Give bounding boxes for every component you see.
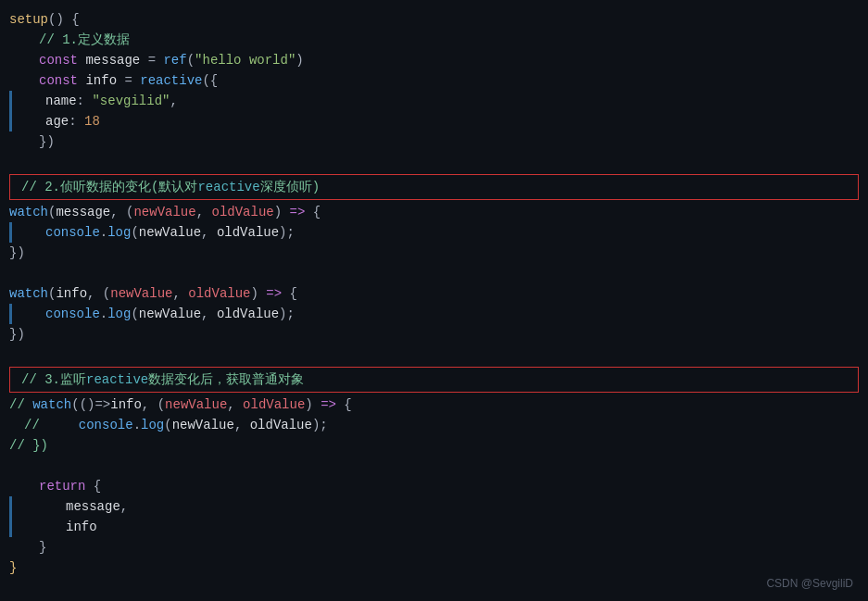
code-line-16: }) <box>0 324 868 344</box>
code-text: message <box>56 202 110 222</box>
code-text: }) <box>39 131 55 152</box>
code-text: watch <box>32 394 71 415</box>
code-line-10: watch(message, (newValue, oldValue) => { <box>0 202 868 222</box>
code-text: // 2.侦听数据的变化( <box>21 177 158 197</box>
code-text: newValue <box>110 283 172 304</box>
code-text: . <box>133 415 141 435</box>
code-text: , <box>201 307 217 321</box>
code-text: oldValue <box>188 283 250 304</box>
code-text: newValue <box>139 307 201 321</box>
code-line-25: info <box>0 517 868 537</box>
code-text: => <box>290 202 306 222</box>
code-text: info <box>110 394 142 415</box>
code-text: ref <box>163 50 186 70</box>
code-line-7: }) <box>0 131 868 152</box>
code-text: , <box>227 394 243 415</box>
code-text: info <box>85 70 124 91</box>
code-text: ( <box>48 202 56 222</box>
code-text: . <box>100 225 107 240</box>
code-text: } <box>39 537 46 557</box>
code-text: { <box>282 283 297 304</box>
code-text: ( <box>164 415 171 435</box>
code-text: => <box>321 394 336 415</box>
code-line-19: // watch(()=>info, (newValue, oldValue) … <box>0 394 868 415</box>
code-text: const <box>39 70 85 91</box>
code-line-8 <box>0 152 868 172</box>
code-line-2: // 1.定义数据 <box>0 30 868 50</box>
code-text: , ( <box>142 394 165 415</box>
code-text: name <box>45 94 77 108</box>
code-text: , <box>120 499 128 514</box>
code-text: oldValue <box>211 202 273 222</box>
code-text: ) <box>251 283 267 304</box>
code-text: "hello world" <box>195 50 296 70</box>
code-line-27: } <box>0 557 868 578</box>
code-text: ); <box>279 307 295 321</box>
code-text: : <box>69 114 84 129</box>
code-text: () { <box>48 9 80 30</box>
left-border-icon <box>9 304 12 324</box>
code-text: console <box>45 225 100 240</box>
code-text: } <box>9 557 17 578</box>
code-line-13 <box>0 263 868 283</box>
highlight-box-2: // 3.监听reactive数据变化后，获取普通对象 <box>9 367 859 393</box>
code-text: newValue <box>165 394 227 415</box>
code-text: { <box>94 476 101 496</box>
left-border-icon <box>9 496 12 517</box>
code-text: }) <box>9 324 25 344</box>
code-text: info <box>56 283 87 304</box>
code-text: ); <box>312 415 328 435</box>
code-text: , <box>170 94 177 108</box>
code-text: 深度侦听) <box>260 177 320 197</box>
code-text: newValue <box>172 415 234 435</box>
code-line-14: watch(info, (newValue, oldValue) => { <box>0 283 868 304</box>
code-line-3: const message = ref("hello world") <box>0 50 868 70</box>
code-line-15: console.log(newValue, oldValue); <box>0 304 868 324</box>
code-text: "sevgilid" <box>92 94 170 108</box>
code-text: { <box>336 394 352 415</box>
code-text: return <box>39 476 94 496</box>
code-text: newValue <box>139 225 201 240</box>
highlight-box-1: // 2.侦听数据的变化(默认对reactive深度侦听) <box>9 174 859 200</box>
code-text: . <box>100 307 107 321</box>
code-line-24: message, <box>0 496 868 517</box>
code-text: 18 <box>84 114 100 129</box>
code-text: , <box>234 415 250 435</box>
code-text: ) <box>296 50 303 70</box>
code-text: = <box>148 50 164 70</box>
left-border-icon <box>9 111 12 131</box>
code-text: reactive <box>197 177 259 197</box>
code-text: watch <box>9 283 48 304</box>
code-line-11: console.log(newValue, oldValue); <box>0 222 868 243</box>
code-text: oldValue <box>243 394 305 415</box>
code-text: message <box>66 499 120 514</box>
code-text: oldValue <box>217 307 279 321</box>
code-text: ); <box>279 225 295 240</box>
code-editor: setup() { // 1.定义数据 const message = ref(… <box>0 0 868 601</box>
code-text: info <box>66 520 97 534</box>
code-line-4: const info = reactive({ <box>0 70 868 91</box>
code-text: ({ <box>202 70 218 91</box>
code-line-20: // console.log(newValue, oldValue); <box>0 415 868 435</box>
code-text: message <box>85 50 147 70</box>
code-text: , <box>196 202 212 222</box>
code-text: reactive <box>86 369 148 390</box>
code-line-26: } <box>0 537 868 557</box>
code-text: ) <box>274 202 290 222</box>
code-text: // <box>9 394 32 415</box>
code-text: { <box>305 202 321 222</box>
code-line-12: }) <box>0 243 868 263</box>
code-text: , ( <box>87 283 110 304</box>
code-text: }) <box>9 243 25 263</box>
code-text: ( <box>48 283 56 304</box>
code-text: 数据变化后，获取普通对象 <box>148 369 304 390</box>
code-text: // <box>24 415 79 435</box>
left-border-icon <box>9 91 12 111</box>
code-text: oldValue <box>217 225 279 240</box>
code-text: = <box>124 70 140 91</box>
code-text: log <box>107 307 131 321</box>
code-text: ( <box>187 50 195 70</box>
code-text: age <box>45 114 69 129</box>
code-text: setup <box>9 9 48 30</box>
code-text: // 3.监听 <box>21 369 86 390</box>
